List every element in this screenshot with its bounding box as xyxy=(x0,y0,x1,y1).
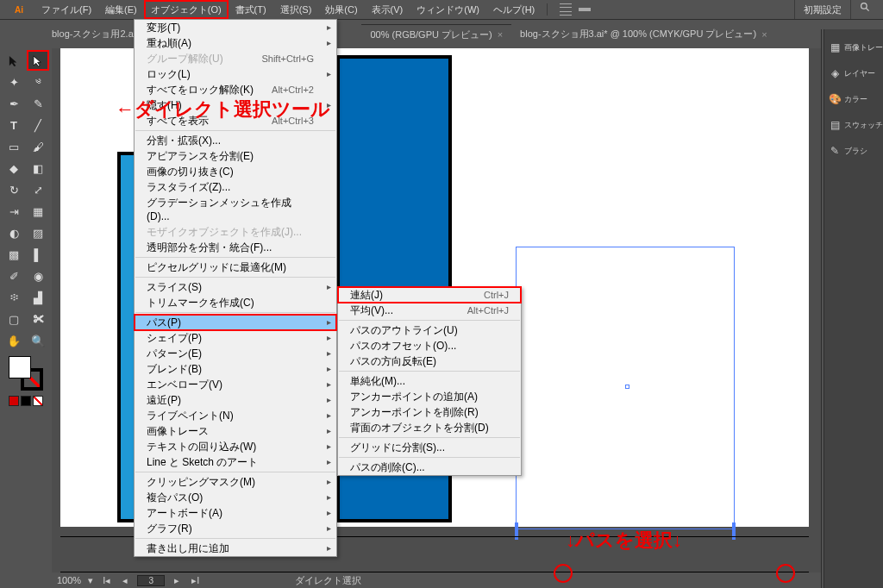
menu-item[interactable]: すべてをロック解除(K)Alt+Ctrl+2 xyxy=(135,82,336,97)
zoom-level[interactable]: 100% xyxy=(57,575,81,585)
bridge-icon[interactable] xyxy=(560,3,572,16)
shape-builder-tool[interactable]: ◐ xyxy=(3,222,25,243)
color-swatch[interactable] xyxy=(9,356,43,391)
menu-item[interactable]: 画像の切り抜き(C) xyxy=(135,164,336,179)
eyedropper-tool[interactable]: ✐ xyxy=(3,266,25,286)
scale-tool[interactable]: ⤢ xyxy=(27,179,49,200)
menu-item[interactable]: スライス(S) xyxy=(135,279,336,295)
menu-item[interactable]: アピアランスを分割(E) xyxy=(135,148,336,164)
submenu-item[interactable]: 単純化(M)... xyxy=(338,373,521,389)
menu-view[interactable]: 表示(V) xyxy=(365,0,410,19)
blend-tool[interactable]: ◉ xyxy=(27,266,49,286)
draw-modes[interactable] xyxy=(9,396,43,406)
direct-selection-tool[interactable] xyxy=(27,50,49,71)
menu-edit[interactable]: 編集(E) xyxy=(98,0,144,19)
gradient-tool[interactable]: ▌ xyxy=(27,244,49,265)
menu-window[interactable]: ウィンドウ(W) xyxy=(410,0,486,19)
close-icon[interactable]: × xyxy=(498,29,503,40)
menu-item[interactable]: 透明部分を分割・統合(F)... xyxy=(135,240,336,255)
zoom-tool[interactable]: 🔍 xyxy=(27,330,49,351)
last-artboard-button[interactable]: ▸I xyxy=(189,575,202,586)
doc-tab-2-fragment[interactable]: 00% (RGB/GPU プレビュー)× xyxy=(361,24,511,45)
first-artboard-button[interactable]: I◂ xyxy=(100,575,113,586)
submenu-item[interactable]: 連結(J)Ctrl+J xyxy=(338,287,521,303)
submenu-item[interactable]: パスのアウトライン(U) xyxy=(338,322,521,338)
line-tool[interactable]: ╱ xyxy=(27,115,49,135)
next-artboard-button[interactable]: ▸ xyxy=(172,575,182,586)
artboard-tool[interactable]: ▢ xyxy=(3,309,25,329)
submenu-item[interactable]: グリッドに分割(S)... xyxy=(338,440,521,455)
menu-effect[interactable]: 効果(C) xyxy=(318,0,364,19)
doc-tab-1[interactable]: blog-スクショ用2.ai* xyxy=(43,24,147,44)
menu-item[interactable]: エンベロープ(V) xyxy=(135,377,336,392)
column-graph-tool[interactable]: ▟ xyxy=(27,287,49,308)
menu-item[interactable]: 遠近(P) xyxy=(135,392,336,408)
submenu-item[interactable]: パスの方向反転(E) xyxy=(338,353,521,369)
magic-wand-tool[interactable]: ✦ xyxy=(3,72,25,92)
search-icon[interactable] xyxy=(850,0,880,19)
prev-artboard-button[interactable]: ◂ xyxy=(120,575,130,586)
menu-select[interactable]: 選択(S) xyxy=(273,0,319,19)
menu-item[interactable]: 分割・拡張(X)... xyxy=(135,133,336,148)
menu-item[interactable]: 画像トレース xyxy=(135,423,336,439)
type-tool[interactable]: T xyxy=(3,115,25,135)
menu-item[interactable]: 変形(T) xyxy=(135,20,336,35)
menu-item[interactable]: グラフ(R) xyxy=(135,521,336,536)
rectangle-tool[interactable]: ▭ xyxy=(3,136,25,157)
submenu-item[interactable]: 背面のオブジェクトを分割(D) xyxy=(338,420,521,435)
panel-画像トレー[interactable]: ▦画像トレー xyxy=(824,34,883,60)
menu-item[interactable]: ライブペイント(N) xyxy=(135,408,336,423)
menu-item[interactable]: テキストの回り込み(W) xyxy=(135,439,336,454)
menu-item[interactable]: ブレンド(B) xyxy=(135,361,336,377)
menu-help[interactable]: ヘルプ(H) xyxy=(486,0,542,19)
menu-item[interactable]: 複合パス(O) xyxy=(135,490,336,505)
fill-swatch[interactable] xyxy=(9,356,31,378)
menu-item[interactable]: ロック(L) xyxy=(135,66,336,82)
menu-item[interactable]: グループ解除(U)Shift+Ctrl+G xyxy=(135,51,336,66)
arrange-icon[interactable] xyxy=(579,3,591,16)
perspective-grid-tool[interactable]: ▨ xyxy=(27,222,49,243)
close-icon[interactable]: × xyxy=(761,29,767,40)
path-submenu[interactable]: 連結(J)Ctrl+J平均(V)...Alt+Ctrl+Jパスのアウトライン(U… xyxy=(337,286,522,476)
lasso-tool[interactable]: ༄ xyxy=(27,72,49,92)
hand-tool[interactable]: ✋ xyxy=(3,330,25,351)
submenu-item[interactable]: パスのオフセット(O)... xyxy=(338,338,521,353)
menu-item[interactable]: 書き出し用に追加 xyxy=(135,541,336,556)
menu-item[interactable]: トリムマークを作成(C) xyxy=(135,295,336,310)
selection-tool[interactable] xyxy=(3,50,25,71)
submenu-item[interactable]: アンカーポイントの追加(A) xyxy=(338,389,521,404)
panel-ブラシ[interactable]: ✎ブラシ xyxy=(824,138,883,164)
symbol-sprayer-tool[interactable]: ፨ xyxy=(3,287,25,308)
menu-item[interactable]: クリッピングマスク(M) xyxy=(135,474,336,490)
menu-file[interactable]: ファイル(F) xyxy=(34,0,98,19)
workspace-switcher[interactable]: 初期設定 xyxy=(794,0,850,19)
menu-item[interactable]: ピクセルグリッドに最適化(M) xyxy=(135,260,336,275)
curvature-tool[interactable]: ✎ xyxy=(27,93,49,114)
panel-カラー[interactable]: 🎨カラー xyxy=(824,86,883,112)
submenu-item[interactable]: 平均(V)...Alt+Ctrl+J xyxy=(338,303,521,318)
width-tool[interactable]: ⇥ xyxy=(3,201,25,222)
slice-tool[interactable]: ✀ xyxy=(27,309,49,329)
menu-item[interactable]: 重ね順(A) xyxy=(135,35,336,51)
eraser-tool[interactable]: ◧ xyxy=(27,158,49,178)
submenu-item[interactable]: パスの削除(C)... xyxy=(338,460,521,475)
panel-レイヤー[interactable]: ◈レイヤー xyxy=(824,60,883,86)
submenu-item[interactable]: アンカーポイントを削除(R) xyxy=(338,404,521,420)
menu-item[interactable]: アートボード(A) xyxy=(135,505,336,521)
menu-item[interactable]: シェイプ(P) xyxy=(135,330,336,346)
panel-スウォッチ[interactable]: ▤スウォッチ xyxy=(824,112,883,138)
menu-item[interactable]: Line と Sketch のアート xyxy=(135,454,336,470)
shaper-tool[interactable]: ◆ xyxy=(3,158,25,178)
rotate-tool[interactable]: ↻ xyxy=(3,179,25,200)
menu-item[interactable]: グラデーションメッシュを作成(D)... xyxy=(135,195,336,224)
menu-item[interactable]: ラスタライズ(Z)... xyxy=(135,179,336,195)
mesh-tool[interactable]: ▩ xyxy=(3,244,25,265)
menu-item[interactable]: パターン(E) xyxy=(135,346,336,361)
paintbrush-tool[interactable]: 🖌 xyxy=(27,136,49,157)
menu-item[interactable]: パス(P) xyxy=(135,315,336,330)
menu-item[interactable]: モザイクオブジェクトを作成(J)... xyxy=(135,224,336,240)
pen-tool[interactable]: ✒ xyxy=(3,93,25,114)
doc-tab-3[interactable]: blog-スクショ用3.ai* @ 100% (CMYK/GPU プレビュー)× xyxy=(511,24,775,44)
free-transform-tool[interactable]: ▦ xyxy=(27,201,49,222)
artboard-number-input[interactable] xyxy=(137,575,165,586)
